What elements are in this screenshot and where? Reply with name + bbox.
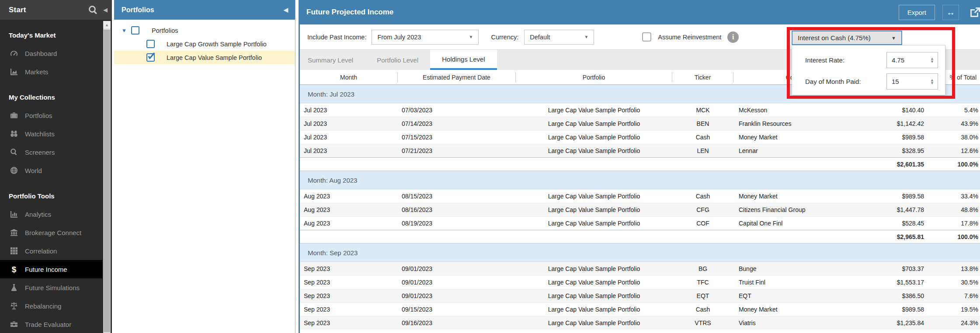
stepper-down-icon[interactable]: ▼: [930, 60, 934, 63]
expand-width-icon[interactable]: ↔: [942, 5, 959, 20]
table-cell: 08/15/2023: [398, 193, 516, 200]
main-panel: Future Projected Income Export ↔ Include…: [299, 0, 980, 333]
table-cell: Money Market: [733, 306, 865, 313]
table-cell: McKesson: [733, 107, 865, 114]
column-header[interactable]: Estimated Payment Date: [398, 72, 516, 83]
table-cell: 07/03/2023: [398, 107, 516, 114]
grid-icon: [9, 246, 19, 255]
table-cell: Money Market: [733, 193, 865, 200]
sidebar-item-portfolios[interactable]: Portfolios: [0, 106, 102, 125]
table-row[interactable]: Aug 202308/19/2023Large Cap Value Sample…: [300, 216, 980, 230]
table-cell: Large Cap Value Sample Portfolio: [516, 220, 672, 227]
table-cell: Sep 2023: [300, 279, 398, 286]
table-cell: $386.50: [865, 292, 939, 299]
table-row[interactable]: Sep 202309/01/2023Large Cap Value Sample…: [300, 289, 980, 302]
sidebar-collapse-icon[interactable]: ◀: [103, 7, 108, 13]
table-row[interactable]: Jul 202307/15/2023Large Cap Value Sample…: [300, 130, 980, 144]
include-past-income-value: From July 2023: [377, 34, 421, 41]
sidebar-item-watchlists[interactable]: Watchlists: [0, 125, 102, 143]
panel-collapse-icon[interactable]: ◀: [284, 7, 288, 13]
search-icon[interactable]: [87, 4, 99, 16]
day-of-month-input[interactable]: 15 ▲▼: [886, 73, 938, 90]
tree-expander-icon[interactable]: ▼: [122, 28, 127, 34]
table-cell: Large Cap Value Sample Portfolio: [516, 206, 672, 213]
sidebar-item-brokerage-connect[interactable]: Brokerage Connect: [0, 223, 102, 242]
table-cell: Large Cap Value Sample Portfolio: [516, 306, 672, 313]
table-row[interactable]: Sep 202309/16/2023Large Cap Value Sample…: [300, 316, 980, 330]
table-row[interactable]: Sep 202309/01/2023Large Cap Value Sample…: [300, 275, 980, 289]
tree-item-label: Large Cap Growth Sample Portfolio: [167, 41, 267, 48]
table-row[interactable]: Aug 202308/16/2023Large Cap Value Sample…: [300, 203, 980, 216]
currency-select[interactable]: Default ▼: [524, 30, 594, 45]
include-past-income-select[interactable]: From July 2023 ▼: [372, 30, 479, 45]
sidebar-item-screeners[interactable]: Screeners: [0, 143, 102, 161]
sidebar-item-world[interactable]: World: [0, 161, 102, 180]
sidebar-item-analytics[interactable]: Analytics: [0, 205, 102, 223]
chevron-down-icon: ▼: [584, 35, 588, 39]
table-row[interactable]: Aug 202308/15/2023Large Cap Value Sample…: [300, 189, 980, 203]
sidebar-item-label: Analytics: [25, 211, 51, 218]
table-cell: Cash: [672, 134, 733, 141]
nav-section-header: Portfolio Tools: [0, 187, 102, 205]
stepper-down-icon[interactable]: ▼: [930, 82, 934, 85]
table-cell: $328.95: [865, 147, 939, 154]
column-header[interactable]: Month: [300, 72, 398, 83]
toolbox-icon: [9, 320, 19, 329]
sidebar-title: Start: [9, 6, 87, 14]
tab-holdings-level[interactable]: Holdings Level: [430, 50, 497, 70]
sidebar-item-label: Dashboard: [25, 50, 57, 57]
day-of-month-label: Day of Month Paid:: [805, 78, 861, 85]
scrollbar-thumb[interactable]: [104, 30, 110, 332]
sidebar-item-markets[interactable]: Markets: [0, 62, 102, 81]
table-cell: CFG: [672, 206, 733, 213]
column-header[interactable]: Ticker: [672, 72, 733, 83]
table-cell: Large Cap Value Sample Portfolio: [516, 120, 672, 127]
sidebar-item-dashboard[interactable]: Dashboard: [0, 44, 102, 62]
month-group-header: Month: Sep 2023: [300, 243, 980, 262]
sidebar-header: Start ◀: [0, 0, 112, 20]
table-row[interactable]: Jul 202307/14/2023Large Cap Value Sample…: [300, 117, 980, 130]
tree-root-checkbox[interactable]: [131, 26, 139, 35]
bar-chart-icon: [9, 210, 19, 219]
interest-rate-row: Interest Rate: 4.75 ▲▼: [805, 52, 938, 68]
column-header[interactable]: Portfolio: [516, 72, 672, 83]
table-row[interactable]: Jul 202307/03/2023Large Cap Value Sample…: [300, 103, 980, 117]
table-cell: 5.4%: [939, 107, 980, 114]
info-icon[interactable]: i: [727, 31, 739, 43]
tab-portfolio-level[interactable]: Portfolio Level: [365, 50, 430, 70]
tab-summary-level[interactable]: Summary Level: [300, 50, 365, 70]
tree-item-row[interactable]: Large Cap Growth Sample Portfolio: [114, 37, 295, 51]
sidebar-item-rebalancing[interactable]: Rebalancing: [0, 297, 102, 315]
globe-icon: [9, 166, 19, 175]
open-in-new-window-icon[interactable]: [969, 6, 980, 19]
sidebar-item-label: Portfolios: [25, 112, 52, 119]
table-row[interactable]: Sep 202309/01/2023Large Cap Value Sample…: [300, 262, 980, 275]
table-row[interactable]: Sep 202309/15/2023Large Cap Value Sample…: [300, 302, 980, 316]
table-cell: 7.6%: [939, 292, 980, 299]
table-row[interactable]: Jul 202307/21/2023Large Cap Value Sample…: [300, 144, 980, 157]
table-cell: Sep 2023: [300, 319, 398, 326]
table-cell: LEN: [672, 147, 733, 154]
sidebar-item-future-income[interactable]: $Future Income: [0, 260, 102, 278]
tree-root-row[interactable]: ▼Portfolios: [114, 24, 295, 37]
tree-item-checkbox[interactable]: [146, 53, 155, 62]
sidebar-item-future-simulations[interactable]: Future Simulations: [0, 278, 102, 297]
scrollbar-up-arrow-icon[interactable]: ▲: [103, 21, 111, 28]
sidebar-item-trade-evaluator[interactable]: Trade Evaluator: [0, 315, 102, 333]
interest-on-cash-dropdown[interactable]: Interest on Cash (4.75%) ▼: [792, 31, 902, 45]
sidebar-item-label: Correlation: [25, 247, 57, 255]
export-button[interactable]: Export: [899, 5, 935, 20]
tree-root-label: Portfolios: [152, 27, 178, 34]
tree-item-row[interactable]: Large Cap Value Sample Portfolio: [114, 51, 295, 64]
table-cell: Large Cap Value Sample Portfolio: [516, 265, 672, 272]
interest-on-cash-popup: Interest Rate: 4.75 ▲▼ Day of Month Paid…: [792, 45, 945, 95]
table-cell: Jul 2023: [300, 107, 398, 114]
sidebar-item-correlation[interactable]: Correlation: [0, 242, 102, 260]
interest-rate-input[interactable]: 4.75 ▲▼: [886, 52, 938, 68]
tree-item-checkbox[interactable]: [146, 40, 155, 48]
table-cell: Large Cap Value Sample Portfolio: [516, 107, 672, 114]
sidebar-scrollbar: ▲: [103, 21, 111, 333]
sidebar-item-label: Brokerage Connect: [25, 229, 81, 236]
table-cell: Large Cap Value Sample Portfolio: [516, 279, 672, 286]
assume-reinvestment-checkbox[interactable]: [642, 32, 651, 42]
